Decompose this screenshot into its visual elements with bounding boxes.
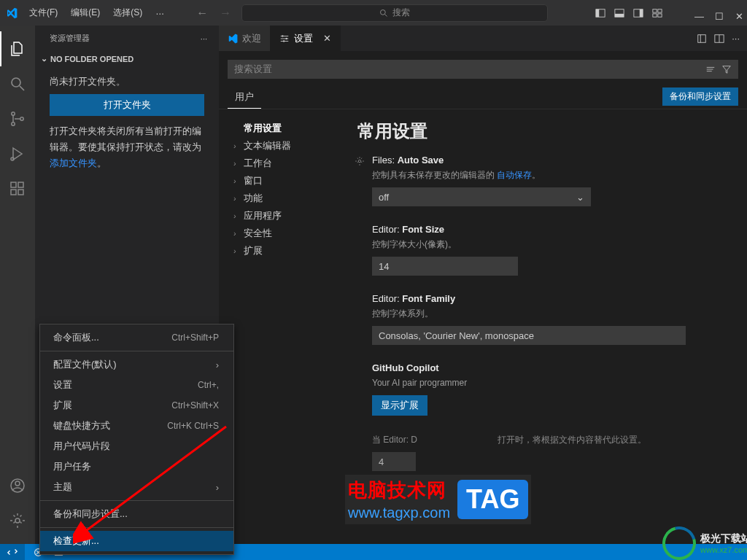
- tab-settings[interactable]: 设置 ✕: [271, 26, 341, 51]
- layout-left-icon[interactable]: [595, 8, 605, 18]
- svg-point-24: [15, 518, 20, 523]
- split-editor-icon[interactable]: [714, 34, 724, 44]
- tab-more-icon[interactable]: ···: [732, 33, 740, 44]
- sidebar-section-header[interactable]: ⌄ NO FOLDER OPENED: [35, 51, 219, 66]
- svg-point-25: [282, 35, 283, 36]
- activity-extensions[interactable]: [0, 171, 35, 206]
- filter-icon[interactable]: [721, 64, 732, 74]
- editor-tabs: 欢迎 设置 ✕ ···: [219, 26, 747, 51]
- tree-applications[interactable]: ›应用程序: [231, 207, 337, 225]
- svg-rect-20: [18, 190, 23, 195]
- tree-features[interactable]: ›功能: [231, 190, 337, 207]
- layout-bottom-icon[interactable]: [614, 8, 624, 18]
- clear-search-icon[interactable]: [705, 64, 716, 74]
- nav-arrows: ← →: [196, 7, 231, 20]
- ctx-settings[interactable]: 设置Ctrl+,: [40, 375, 233, 395]
- title-bar: 文件(F) 编辑(E) 选择(S) … ← → 搜索 — ☐ ✕: [0, 0, 747, 26]
- font-family-input[interactable]: [372, 326, 686, 345]
- command-center[interactable]: 搜索: [241, 4, 548, 22]
- ctx-themes[interactable]: 主题›: [40, 477, 233, 497]
- menu-more[interactable]: …: [150, 4, 170, 22]
- svg-rect-10: [653, 13, 657, 16]
- no-folder-message: 尚未打开文件夹。: [50, 74, 204, 90]
- svg-point-12: [12, 78, 20, 87]
- svg-rect-28: [698, 34, 706, 42]
- autosave-dropdown[interactable]: off⌄: [372, 187, 591, 206]
- debug-icon: [9, 145, 26, 163]
- watermark-jiguang: 极光下载站 www.xz7.com: [662, 526, 747, 560]
- window-close-icon[interactable]: ✕: [729, 8, 741, 18]
- font-size-input[interactable]: [372, 257, 518, 276]
- tree-common[interactable]: 常用设置: [231, 120, 337, 137]
- tree-text-editor[interactable]: ›文本编辑器: [231, 137, 337, 155]
- tab-welcome[interactable]: 欢迎: [219, 26, 271, 51]
- gear-icon[interactable]: [355, 156, 365, 166]
- add-folder-link[interactable]: 添加文件夹: [50, 158, 97, 168]
- activity-manage[interactable]: [0, 503, 35, 538]
- svg-rect-8: [653, 9, 657, 12]
- svg-point-16: [20, 117, 23, 120]
- chevron-down-icon: ⌄: [576, 192, 584, 203]
- settings-heading: 常用设置: [357, 120, 728, 143]
- svg-rect-3: [596, 9, 599, 17]
- svg-rect-19: [11, 190, 16, 195]
- ctx-user-tasks[interactable]: 用户任务: [40, 456, 233, 477]
- sidebar-title: 资源管理器: [50, 33, 90, 44]
- ctx-keyboard-shortcuts[interactable]: 键盘快捷方式Ctrl+K Ctrl+S: [40, 416, 233, 436]
- nav-back-icon[interactable]: ←: [196, 7, 208, 20]
- svg-rect-9: [658, 9, 662, 12]
- backup-sync-button[interactable]: 备份和同步设置: [662, 88, 738, 106]
- ctx-backup-sync[interactable]: 备份和同步设置...: [40, 504, 233, 524]
- extensions-icon: [9, 180, 26, 198]
- svg-point-26: [285, 37, 287, 39]
- watermark-tagxp: 电脑技术网 www.tagxp.com TAG: [345, 475, 531, 524]
- ctx-profiles[interactable]: 配置文件(默认)›: [40, 354, 233, 375]
- tab-close-icon[interactable]: ✕: [323, 33, 331, 44]
- remote-icon: [7, 547, 18, 557]
- svg-point-31: [358, 160, 361, 163]
- open-json-icon[interactable]: [697, 34, 707, 44]
- tree-extensions[interactable]: ›扩展: [231, 242, 337, 260]
- activity-bar: [0, 26, 35, 544]
- svg-rect-11: [658, 13, 662, 16]
- setting-tab-size: 当 Editor: D 打开时，将根据文件内容替代此设置。: [357, 433, 728, 471]
- svg-point-17: [11, 158, 14, 160]
- layout-custom-icon[interactable]: [652, 8, 662, 18]
- tree-window[interactable]: ›窗口: [231, 172, 337, 190]
- show-extension-button[interactable]: 显示扩展: [372, 395, 427, 416]
- svg-rect-18: [11, 182, 16, 187]
- tab-size-input[interactable]: [372, 452, 416, 471]
- ctx-command-palette[interactable]: 命令面板...Ctrl+Shift+P: [40, 327, 233, 348]
- settings-toc: 常用设置 ›文本编辑器 ›工作台 ›窗口 ›功能 ›应用程序 ›安全性 ›扩展: [219, 109, 343, 544]
- activity-search[interactable]: [0, 66, 35, 101]
- window-maximize-icon[interactable]: ☐: [709, 8, 721, 18]
- menu-edit[interactable]: 编辑(E): [65, 4, 106, 22]
- activity-debug[interactable]: [0, 136, 35, 171]
- setting-copilot: GitHub Copilot Your AI pair programmer 显…: [357, 362, 728, 416]
- menu-select[interactable]: 选择(S): [107, 4, 148, 22]
- remote-indicator[interactable]: [0, 544, 25, 560]
- settings-search-input[interactable]: 搜索设置: [228, 60, 738, 79]
- activity-scm[interactable]: [0, 101, 35, 136]
- svg-point-14: [12, 112, 15, 115]
- tree-workbench[interactable]: ›工作台: [231, 155, 337, 172]
- layout-right-icon[interactable]: [633, 8, 643, 18]
- window-minimize-icon[interactable]: —: [689, 8, 700, 18]
- sidebar-more-icon[interactable]: ···: [201, 34, 207, 43]
- ctx-check-updates[interactable]: 检查更新...: [40, 531, 233, 551]
- activity-accounts[interactable]: [0, 468, 35, 503]
- activity-explorer[interactable]: [0, 31, 35, 66]
- settings-icon: [279, 34, 290, 44]
- menu-file[interactable]: 文件(F): [23, 4, 63, 22]
- tree-security[interactable]: ›安全性: [231, 225, 337, 242]
- ctx-user-snippets[interactable]: 用户代码片段: [40, 436, 233, 456]
- title-right-controls: — ☐ ✕: [595, 8, 741, 18]
- open-folder-button[interactable]: 打开文件夹: [50, 94, 204, 116]
- settings-tab-user[interactable]: 用户: [228, 85, 261, 109]
- vscode-logo-icon: [6, 7, 18, 19]
- sidebar-body: 尚未打开文件夹。 打开文件夹 打开文件夹将关闭所有当前打开的编辑器。要使其保持打…: [35, 66, 219, 179]
- settings-scope-tabs: 用户 备份和同步设置: [219, 85, 747, 109]
- nav-forward-icon[interactable]: →: [220, 7, 231, 20]
- autosave-link[interactable]: 自动保存: [497, 170, 532, 180]
- ctx-extensions[interactable]: 扩展Ctrl+Shift+X: [40, 395, 233, 416]
